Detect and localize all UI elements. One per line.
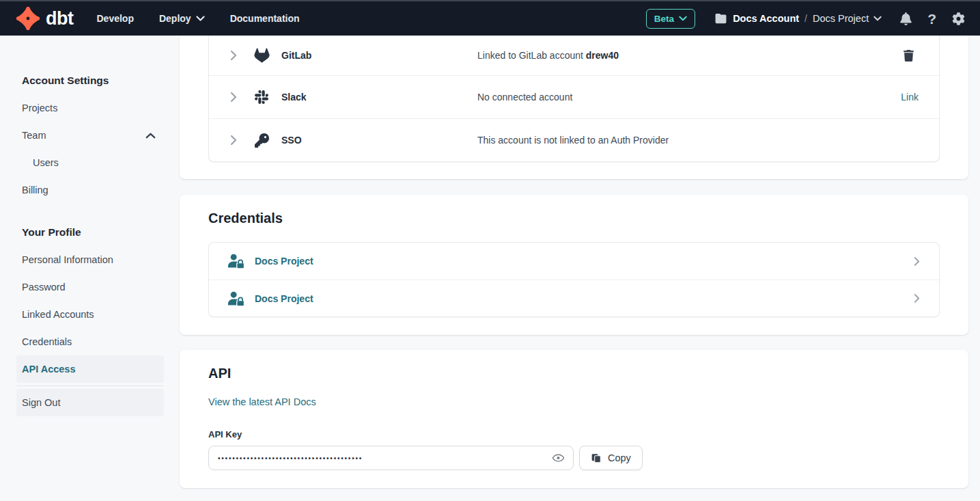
chevron-down-icon <box>196 16 205 21</box>
nav-item-documentation[interactable]: Documentation <box>230 13 300 24</box>
credential-project-label: Docs Project <box>255 256 313 267</box>
sidebar-item-sign-out[interactable]: Sign Out <box>16 389 164 416</box>
linked-account-name: GitLab <box>281 50 311 61</box>
linked-account-row-gitlab: GitLab Linked to GitLab account drew40 <box>209 36 939 75</box>
dbt-logo-text: dbt <box>46 10 73 28</box>
linked-accounts-card: GitLab Linked to GitLab account drew40 <box>180 36 968 179</box>
user-lock-icon <box>227 254 244 269</box>
sidebar-item-api-access[interactable]: API Access <box>16 355 164 383</box>
settings-sidebar: Account Settings Projects Team Users Bil… <box>0 36 180 416</box>
nav-icon-group: ? <box>900 12 965 26</box>
breadcrumb-project-label: Docs Project <box>813 13 869 24</box>
main-content: GitLab Linked to GitLab account drew40 <box>180 36 968 488</box>
sidebar-item-linked-accounts-label: Linked Accounts <box>22 309 94 320</box>
nav-item-deploy-label: Deploy <box>159 13 191 24</box>
sidebar-heading-account-settings: Account Settings <box>22 67 180 94</box>
api-docs-link[interactable]: View the latest API Docs <box>208 396 316 407</box>
sidebar-item-personal-information[interactable]: Personal Information <box>16 246 164 273</box>
nav-item-deploy[interactable]: Deploy <box>159 13 205 24</box>
dbt-logo-icon <box>16 7 40 30</box>
sidebar-item-projects[interactable]: Projects <box>16 94 164 122</box>
folder-icon <box>714 13 727 24</box>
sidebar-item-billing[interactable]: Billing <box>16 176 164 204</box>
copy-icon <box>591 452 602 464</box>
credentials-title: Credentials <box>208 211 940 226</box>
sidebar-item-personal-information-label: Personal Information <box>22 254 113 265</box>
credential-project-label: Docs Project <box>255 293 313 304</box>
credential-row[interactable]: Docs Project <box>209 280 939 316</box>
api-key-input[interactable] <box>208 446 574 470</box>
link-account-button[interactable]: Link <box>901 92 919 103</box>
user-lock-icon <box>227 291 244 306</box>
beta-dropdown-button[interactable]: Beta <box>646 9 695 29</box>
credentials-card: Credentials Docs Project <box>180 195 968 335</box>
notifications-bell-icon[interactable] <box>900 12 912 25</box>
key-icon <box>253 133 270 148</box>
chevron-right-icon[interactable] <box>230 135 237 146</box>
api-key-label: API Key <box>208 429 940 439</box>
linked-account-row-left: SSO <box>209 133 477 148</box>
slack-icon <box>253 90 270 104</box>
linked-accounts-table: GitLab Linked to GitLab account drew40 <box>208 36 940 162</box>
trash-icon[interactable] <box>904 50 919 62</box>
sidebar-item-credentials[interactable]: Credentials <box>16 328 164 355</box>
breadcrumb-account[interactable]: Docs Account <box>733 13 799 24</box>
sidebar-item-projects-label: Projects <box>22 103 57 113</box>
sidebar-item-credentials-label: Credentials <box>22 336 72 347</box>
copy-button[interactable]: Copy <box>579 446 643 470</box>
sidebar-item-password-label: Password <box>22 282 66 293</box>
sidebar-item-linked-accounts[interactable]: Linked Accounts <box>16 301 164 328</box>
api-title: API <box>208 366 940 381</box>
sidebar-item-users-label: Users <box>33 157 59 168</box>
linked-account-status: This account is not linked to an Auth Pr… <box>477 135 919 146</box>
beta-label: Beta <box>654 14 674 24</box>
chevron-right-icon <box>914 293 920 303</box>
sidebar-item-team[interactable]: Team <box>16 122 164 149</box>
linked-account-name: Slack <box>281 92 307 103</box>
breadcrumb: Docs Account / Docs Project <box>714 13 882 24</box>
linked-account-action <box>904 50 939 62</box>
chevron-down-icon <box>873 16 882 21</box>
gitlab-icon <box>253 48 270 63</box>
credential-row[interactable]: Docs Project <box>209 243 939 280</box>
sidebar-item-password[interactable]: Password <box>16 273 164 301</box>
linked-account-status: Linked to GitLab account drew40 <box>477 50 904 61</box>
linked-account-name: SSO <box>281 135 302 146</box>
chevron-down-icon <box>679 16 687 21</box>
nav-item-develop-label: Develop <box>96 13 133 24</box>
nav-item-develop[interactable]: Develop <box>96 13 133 24</box>
copy-button-label: Copy <box>608 452 631 463</box>
api-key-row: Copy <box>208 446 940 470</box>
nav-menu: Develop Deploy Documentation <box>96 13 299 24</box>
sidebar-heading-your-profile: Your Profile <box>22 219 180 246</box>
chevron-right-icon[interactable] <box>230 50 237 61</box>
breadcrumb-separator: / <box>804 13 807 24</box>
linked-account-row-left: GitLab <box>209 48 477 63</box>
help-icon[interactable]: ? <box>927 12 936 26</box>
linked-account-action: Link <box>901 92 939 103</box>
dbt-logo[interactable]: dbt <box>16 7 73 30</box>
chevron-right-icon[interactable] <box>230 92 237 103</box>
linked-account-row-slack: Slack No connected account Link <box>209 75 939 118</box>
nav-item-documentation-label: Documentation <box>230 13 300 24</box>
status-text: Linked to GitLab account <box>477 50 586 61</box>
linked-account-row-sso: SSO This account is not linked to an Aut… <box>209 118 939 161</box>
sidebar-item-api-access-label: API Access <box>22 364 75 375</box>
nav-right: Beta Docs Account / Docs Project <box>646 9 965 29</box>
sidebar-item-users[interactable]: Users <box>16 149 164 176</box>
sidebar-item-sign-out-label: Sign Out <box>22 397 60 408</box>
linked-account-row-left: Slack <box>209 90 477 104</box>
credentials-table: Docs Project Docs Project <box>208 242 940 317</box>
breadcrumb-project-dropdown[interactable]: Docs Project <box>813 13 882 24</box>
eye-icon[interactable] <box>551 451 565 465</box>
sidebar-item-billing-label: Billing <box>22 185 48 195</box>
chevron-up-icon <box>145 133 156 139</box>
sidebar-divider <box>16 385 164 386</box>
status-username: drew40 <box>586 50 619 61</box>
gear-icon[interactable] <box>952 12 965 25</box>
linked-account-status: No connected account <box>477 92 901 103</box>
api-key-input-wrap <box>208 446 574 470</box>
api-card: API View the latest API Docs API Key Cop… <box>180 350 968 488</box>
sidebar-item-team-label: Team <box>22 130 46 141</box>
chevron-right-icon <box>914 256 920 267</box>
